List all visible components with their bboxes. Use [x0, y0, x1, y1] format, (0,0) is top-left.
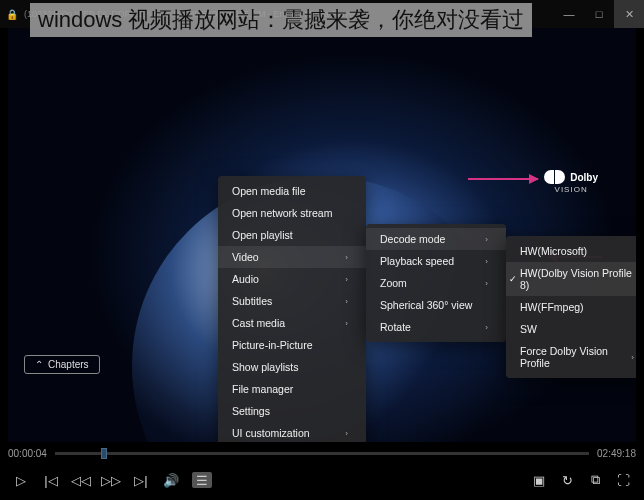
context-menu-item[interactable]: Video› [218, 246, 366, 268]
menu-item-label: Video [232, 251, 259, 263]
context-menu-item[interactable]: Open media file [218, 180, 366, 202]
minimize-button[interactable]: — [554, 0, 584, 28]
time-current: 00:00:04 [8, 448, 47, 459]
repeat-button[interactable]: ↻ [558, 471, 576, 489]
play-button[interactable]: ▷ [12, 471, 30, 489]
menu-item-label: HW(Dolby Vision Profile 8) [520, 267, 634, 291]
rewind-button[interactable]: ◁◁ [72, 471, 90, 489]
video-submenu-item[interactable]: Playback speed› [366, 250, 506, 272]
decode-submenu-item[interactable]: Force Dolby Vision Profile› [506, 340, 636, 374]
chevron-up-icon: ⌃ [35, 359, 43, 370]
context-menu-item[interactable]: Audio› [218, 268, 366, 290]
context-menu-item[interactable]: UI customization› [218, 422, 366, 442]
dolby-vision-badge: Dolby VISION [544, 170, 598, 194]
seek-bar[interactable] [55, 452, 589, 455]
playlist-button[interactable]: ☰ [192, 472, 212, 488]
chevron-right-icon: › [345, 253, 348, 262]
dolby-subtext: VISION [544, 185, 598, 194]
seek-thumb[interactable] [101, 448, 107, 459]
video-submenu-item[interactable]: Zoom› [366, 272, 506, 294]
menu-item-label: Open media file [232, 185, 306, 197]
decode-submenu-item[interactable]: HW(FFmpeg) [506, 296, 636, 318]
chapters-button[interactable]: ⌃ Chapters [24, 355, 100, 374]
chevron-right-icon: › [485, 279, 488, 288]
context-submenu-decode[interactable]: HW(Microsoft)HW(Dolby Vision Profile 8)H… [506, 236, 636, 378]
context-menu-item[interactable]: File manager [218, 378, 366, 400]
dolby-brand: Dolby [570, 172, 598, 183]
annotation-arrow-icon [468, 178, 538, 180]
menu-item-label: Zoom [380, 277, 407, 289]
volume-button[interactable]: 🔊 [162, 471, 180, 489]
next-track-button[interactable]: ▷| [132, 471, 150, 489]
context-menu-item[interactable]: Subtitles› [218, 290, 366, 312]
close-button[interactable]: ✕ [614, 0, 644, 28]
context-menu-item[interactable]: Picture-in-Picture [218, 334, 366, 356]
overlay-banner: windows 视频播放网站：震撼来袭，你绝对没看过 [30, 3, 532, 37]
fullscreen-button[interactable]: ⛶ [614, 471, 632, 489]
menu-item-label: Picture-in-Picture [232, 339, 313, 351]
menu-item-label: SW [520, 323, 537, 335]
lock-icon: 🔒 [6, 9, 18, 20]
context-menu-item[interactable]: Show playlists [218, 356, 366, 378]
context-menu-item[interactable]: Settings [218, 400, 366, 422]
player-controls-bar: 00:00:04 02:49:18 ▷ |◁ ◁◁ ▷▷ ▷| 🔊 ☰ ▣ ↻ … [0, 442, 644, 500]
decode-submenu-item[interactable]: SW [506, 318, 636, 340]
context-menu-main[interactable]: Open media fileOpen network streamOpen p… [218, 176, 366, 442]
forward-button[interactable]: ▷▷ [102, 471, 120, 489]
context-submenu-video[interactable]: Decode mode›Playback speed›Zoom›Spherica… [366, 224, 506, 342]
menu-item-label: HW(Microsoft) [520, 245, 587, 257]
menu-item-label: Rotate [380, 321, 411, 333]
menu-item-label: Spherical 360° view [380, 299, 472, 311]
menu-item-label: Open network stream [232, 207, 332, 219]
chevron-right-icon: › [345, 275, 348, 284]
menu-item-label: UI customization [232, 427, 310, 439]
menu-item-label: Audio [232, 273, 259, 285]
dolby-logo-icon: Dolby [544, 170, 598, 184]
video-submenu-item[interactable]: Spherical 360° view [366, 294, 506, 316]
chevron-right-icon: › [485, 323, 488, 332]
chevron-right-icon: › [631, 353, 634, 362]
context-menu-item[interactable]: Cast media› [218, 312, 366, 334]
chapters-label: Chapters [48, 359, 89, 370]
video-submenu-item[interactable]: Rotate› [366, 316, 506, 338]
decode-submenu-item[interactable]: HW(Microsoft) [506, 240, 636, 262]
menu-item-label: Subtitles [232, 295, 272, 307]
menu-item-label: Show playlists [232, 361, 299, 373]
context-menu-item[interactable]: Open network stream [218, 202, 366, 224]
context-menu-item[interactable]: Open playlist [218, 224, 366, 246]
chevron-right-icon: › [485, 235, 488, 244]
menu-item-label: Decode mode [380, 233, 445, 245]
chevron-right-icon: › [345, 319, 348, 328]
menu-item-label: File manager [232, 383, 293, 395]
chevron-right-icon: › [345, 429, 348, 438]
menu-item-label: Force Dolby Vision Profile [520, 345, 631, 369]
menu-item-label: Open playlist [232, 229, 293, 241]
menu-item-label: Cast media [232, 317, 285, 329]
decode-submenu-item[interactable]: HW(Dolby Vision Profile 8) [506, 262, 636, 296]
chevron-right-icon: › [345, 297, 348, 306]
video-viewport[interactable]: Dolby VISION Open media fileOpen network… [8, 28, 636, 442]
video-submenu-item[interactable]: Decode mode› [366, 228, 506, 250]
menu-item-label: Settings [232, 405, 270, 417]
window-controls: — □ ✕ [554, 0, 644, 28]
maximize-button[interactable]: □ [584, 0, 614, 28]
time-total: 02:49:18 [597, 448, 636, 459]
menu-item-label: Playback speed [380, 255, 454, 267]
prev-track-button[interactable]: |◁ [42, 471, 60, 489]
pip-button[interactable]: ⧉ [586, 471, 604, 489]
cast-button[interactable]: ▣ [530, 471, 548, 489]
chevron-right-icon: › [485, 257, 488, 266]
menu-item-label: HW(FFmpeg) [520, 301, 584, 313]
